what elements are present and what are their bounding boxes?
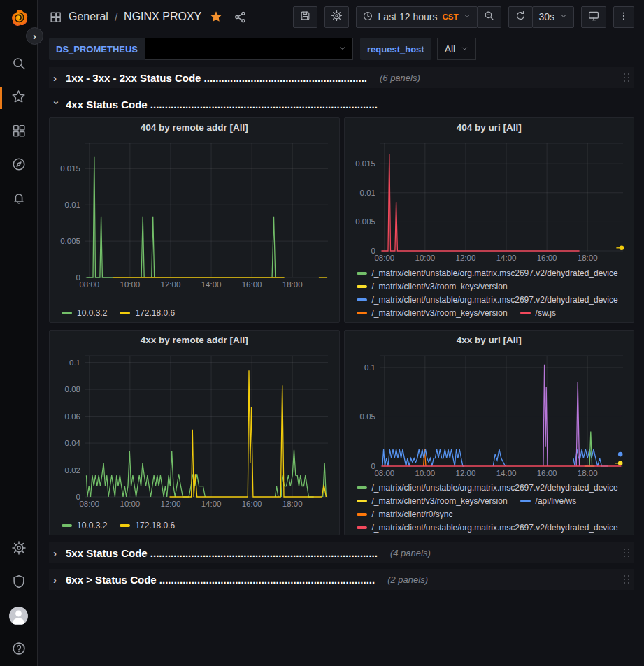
monitor-icon <box>587 10 600 24</box>
sidebar-item-favorites[interactable] <box>0 81 38 115</box>
row-title: 6xx > Status Code ......................… <box>66 574 375 586</box>
svg-text:0: 0 <box>76 493 80 501</box>
legend-swatch <box>520 500 531 502</box>
tv-mode-button[interactable] <box>581 6 606 28</box>
sidebar-item-profile[interactable] <box>0 599 38 632</box>
shield-icon <box>11 574 27 591</box>
legend-item[interactable]: /_matrix/client/v3/room_keys/version <box>357 308 508 318</box>
dashboard-settings-button[interactable] <box>324 6 349 28</box>
panel-title[interactable]: 404 by remote addr [All] <box>52 118 337 138</box>
chart-canvas[interactable]: 08:0010:0012:0014:0016:0018:0000.050.1 <box>348 350 630 479</box>
ds-prometheus-select[interactable] <box>145 38 353 60</box>
legend-swatch <box>357 312 367 314</box>
panel-row-bottom: 4xx by remote addr [All] 08:0010:0012:00… <box>49 330 634 535</box>
sidebar-expand-button[interactable]: › <box>26 27 43 45</box>
legend-swatch <box>120 524 130 527</box>
save-button[interactable] <box>293 6 317 28</box>
legend-swatch <box>357 272 367 275</box>
chevron-right-icon: › <box>53 72 60 84</box>
svg-text:16:00: 16:00 <box>242 280 262 289</box>
svg-text:0.1: 0.1 <box>364 363 375 372</box>
row-title: 4xx Status Code ........................… <box>66 99 378 110</box>
legend-item[interactable]: /_matrix/client/unstable/org.matrix.msc2… <box>357 523 618 533</box>
chart-canvas[interactable]: 08:0010:0012:0014:0016:0018:0000.020.040… <box>53 350 335 509</box>
panel-4xx-by-remote-addr: 4xx by remote addr [All] 08:0010:0012:00… <box>49 330 340 535</box>
legend-item[interactable]: /_matrix/client/v3/room_keys/version <box>357 282 508 291</box>
dashboards-grid-icon[interactable] <box>49 10 62 24</box>
legend-item[interactable]: /_matrix/client/v3/room_keys/version <box>357 496 508 506</box>
chevron-down-icon <box>463 12 471 22</box>
save-icon <box>299 10 311 24</box>
chart-canvas[interactable]: 08:0010:0012:0014:0016:0018:0000.0050.01… <box>348 138 630 263</box>
svg-text:0.05: 0.05 <box>359 412 375 421</box>
row-drag-handle[interactable] <box>623 73 630 82</box>
legend-item[interactable]: /sw.js <box>520 308 556 318</box>
row-drag-handle[interactable] <box>623 548 630 558</box>
dashboard-header: General / NGINX PROXY Last 12 hours <box>38 0 644 34</box>
svg-text:08:00: 08:00 <box>374 469 394 477</box>
svg-text:14:00: 14:00 <box>496 469 516 477</box>
legend-item[interactable]: 172.18.0.6 <box>120 521 175 530</box>
row-5xx[interactable]: › 5xx Status Code ......................… <box>49 542 634 563</box>
svg-text:0: 0 <box>371 247 375 255</box>
sidebar-item-help[interactable] <box>0 632 38 666</box>
zoom-out-button[interactable] <box>477 6 501 28</box>
time-range-picker[interactable]: Last 12 hours CST <box>356 6 478 28</box>
chevron-right-icon: › <box>53 547 60 559</box>
legend-item[interactable]: /_matrix/client/unstable/org.matrix.msc2… <box>357 483 618 493</box>
panel-404-by-uri: 404 by uri [All] 08:0010:0012:0014:0016:… <box>344 117 635 323</box>
sidebar-item-dashboards[interactable] <box>0 115 38 148</box>
panel-title[interactable]: 4xx by uri [All] <box>347 331 632 350</box>
svg-text:08:00: 08:00 <box>80 280 100 289</box>
svg-text:14:00: 14:00 <box>201 280 222 289</box>
legend-label: /_matrix/client/unstable/org.matrix.msc2… <box>372 268 618 278</box>
gear-icon <box>11 540 27 558</box>
timezone-label: CST <box>442 13 458 21</box>
refresh-interval-picker[interactable]: 30s <box>532 6 574 28</box>
refresh-icon <box>515 10 527 24</box>
breadcrumb-section[interactable]: General <box>69 10 108 23</box>
svg-text:0.015: 0.015 <box>355 159 375 168</box>
chevron-right-icon: › <box>53 574 60 586</box>
legend-label: /_matrix/client/v3/room_keys/version <box>372 308 508 318</box>
row-1xx-3xx-2xx[interactable]: › 1xx - 3xx - 2xx Status Code ..........… <box>49 67 634 88</box>
svg-text:18:00: 18:00 <box>282 280 303 289</box>
sidebar-item-explore[interactable] <box>0 148 38 182</box>
row-4xx[interactable]: › 4xx Status Code ......................… <box>49 94 634 115</box>
svg-text:12:00: 12:00 <box>161 280 181 289</box>
legend-label: 172.18.0.6 <box>135 308 175 318</box>
row-6xx[interactable]: › 6xx > Status Code ....................… <box>49 569 634 590</box>
refresh-button[interactable] <box>508 6 533 28</box>
panel-404-by-remote-addr: 404 by remote addr [All] 08:0010:0012:00… <box>49 117 340 323</box>
svg-text:16:00: 16:00 <box>242 500 262 508</box>
legend-item[interactable]: /api/live/ws <box>520 496 577 506</box>
sidebar-item-search[interactable] <box>0 48 38 81</box>
legend-item[interactable]: /_matrix/client/unstable/org.matrix.msc2… <box>357 268 618 278</box>
kebab-menu-button[interactable] <box>613 6 634 28</box>
svg-text:0: 0 <box>76 273 80 282</box>
legend-item[interactable]: /_matrix/client/unstable/org.matrix.msc2… <box>357 295 618 305</box>
chart-canvas[interactable]: 08:0010:0012:0014:0016:0018:0000.0050.01… <box>53 138 335 290</box>
legend-swatch <box>357 285 367 288</box>
legend-item[interactable]: 10.0.3.2 <box>62 521 107 530</box>
legend-item[interactable]: /_matrix/client/r0/sync <box>357 509 453 519</box>
compass-icon <box>11 157 27 174</box>
row-drag-handle[interactable] <box>623 574 630 584</box>
sidebar-item-configuration[interactable] <box>0 532 38 565</box>
dashboards-grid-icon <box>11 123 27 140</box>
dashboard-canvas: › 1xx - 3xx - 2xx Status Code ..........… <box>38 64 644 666</box>
sidebar-item-alerting[interactable] <box>0 182 38 215</box>
panel-title[interactable]: 4xx by remote addr [All] <box>52 331 337 350</box>
svg-text:18:00: 18:00 <box>578 254 598 262</box>
request-host-select[interactable]: All <box>437 38 477 60</box>
svg-text:08:00: 08:00 <box>80 500 100 508</box>
legend-item[interactable]: 172.18.0.6 <box>120 308 175 318</box>
legend-item[interactable]: 10.0.3.2 <box>62 308 107 318</box>
svg-text:0.01: 0.01 <box>359 189 375 197</box>
share-icon[interactable] <box>234 10 247 24</box>
favorite-star-icon[interactable] <box>209 10 223 24</box>
sidebar-item-server-admin[interactable] <box>0 565 38 599</box>
grafana-logo[interactable] <box>8 8 29 29</box>
panel-title[interactable]: 404 by uri [All] <box>347 118 632 138</box>
svg-text:0.005: 0.005 <box>355 217 375 226</box>
